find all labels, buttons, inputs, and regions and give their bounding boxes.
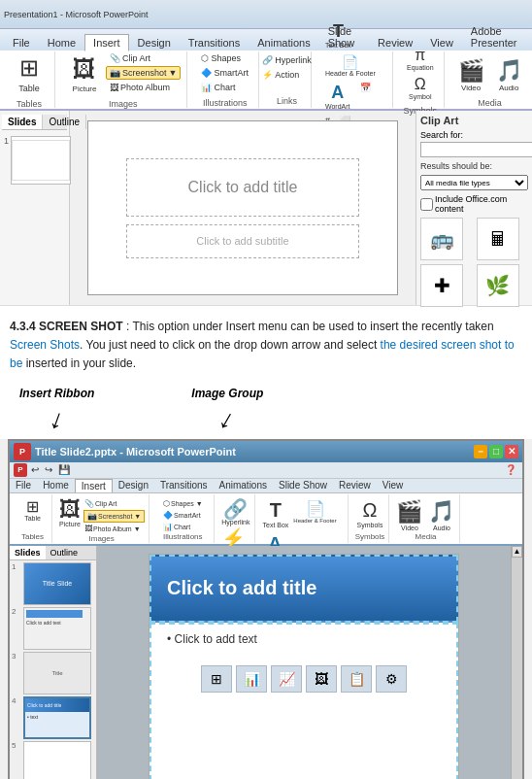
video-button[interactable]: 🎬 Video — [454, 56, 488, 94]
win-photoalbum-btn[interactable]: 🖼 Photo Album ▼ — [83, 524, 145, 534]
datetime-button[interactable]: 📅 — [356, 81, 375, 112]
slide-thumb-win-5[interactable] — [23, 741, 91, 779]
content-icon-smartart[interactable]: 📈 — [271, 665, 302, 693]
clipart-button[interactable]: 📎 Clip Art — [106, 51, 181, 65]
win-table-btn[interactable]: ⊞ Table — [23, 498, 42, 523]
win-tab-home[interactable]: Home — [37, 479, 75, 492]
qat-save[interactable]: 💾 — [56, 463, 72, 476]
win-chart-label: Chart — [174, 524, 190, 530]
win-tab-slideshow[interactable]: Slide Show — [273, 479, 333, 492]
clip-art-item-2[interactable]: 🖩 — [477, 218, 519, 260]
win-headerfooter-btn[interactable]: 📄 Header & Footer — [292, 498, 337, 525]
ribbon-group-media: 🎬 Video 🎵 Audio Media — [449, 51, 532, 108]
textbox-button[interactable]: T Text Box — [321, 19, 355, 51]
win-tab-insert[interactable]: Insert — [75, 479, 113, 492]
equation-button[interactable]: π Equation — [403, 45, 438, 73]
minimize-button[interactable]: － — [474, 445, 487, 458]
photoalbum-button[interactable]: 🖼 Photo Album — [106, 81, 181, 94]
win-slide-title-text: Click to add title — [167, 577, 316, 599]
slide-thumb-win-3[interactable]: Title — [23, 652, 91, 694]
action-button[interactable]: ⚡ Action — [258, 68, 316, 82]
win-picture-btn[interactable]: 🖼 Picture — [58, 498, 82, 534]
headerfooter-button[interactable]: 📄 Header & Footer — [321, 52, 380, 79]
slide-thumb-win-1[interactable]: Title Slide — [23, 562, 91, 605]
content-icon-media[interactable]: ⚙ — [376, 665, 407, 693]
tab-home[interactable]: Home — [39, 34, 84, 51]
slide-title-placeholder[interactable]: Click to add title — [126, 158, 359, 217]
clip-art-search-input[interactable] — [420, 142, 532, 157]
slide-thumbnail-1[interactable] — [11, 136, 71, 185]
win-slide-content-area[interactable]: • Click to add text ⊞ 📊 📈 🖼 📋 ⚙ — [150, 623, 458, 779]
tab-adobe[interactable]: Adobe Presenter — [462, 22, 528, 51]
win-symbols-btn[interactable]: Ω Symbols — [356, 498, 384, 529]
tab-file[interactable]: File — [4, 34, 39, 51]
clip-art-item-4[interactable]: 🌿 — [477, 264, 519, 307]
win-audio-btn[interactable]: 🎵 Audio — [427, 498, 455, 532]
smartart-button[interactable]: 🔷 SmartArt — [197, 66, 252, 80]
clip-art-item-3[interactable]: ✚ — [420, 264, 463, 307]
wordart-button[interactable]: A WordArt — [321, 81, 354, 112]
win-outline-tab[interactable]: Outline — [46, 546, 83, 559]
picture-button[interactable]: 🖼 Picture — [65, 51, 104, 95]
hyperlink-button[interactable]: 🔗 Hyperlink — [258, 53, 316, 67]
list-item: 4 Click to add title • text — [12, 696, 94, 739]
window-controls: － □ ✕ — [474, 445, 518, 458]
tab-insert[interactable]: Insert — [84, 34, 129, 51]
win-slides-tab[interactable]: Slides — [10, 546, 46, 559]
win-scrollbar-vertical[interactable]: ▲ ▼ — [511, 546, 522, 779]
links-group-label: Links — [277, 96, 297, 106]
win-clipart-btn[interactable]: 📎 Clip Art — [83, 498, 145, 509]
win-tab-design[interactable]: Design — [113, 479, 154, 492]
include-office-checkbox[interactable] — [420, 198, 433, 211]
content-icon-clipart[interactable]: 📋 — [341, 665, 372, 693]
win-slide-title-area[interactable]: Click to add title — [150, 555, 458, 623]
win-tab-review[interactable]: Review — [333, 479, 377, 492]
win-video-label: Video — [401, 525, 418, 531]
chart-button[interactable]: 📊 Chart — [197, 81, 252, 94]
content-icon-picture[interactable]: 🖼 — [306, 665, 337, 693]
win-tab-animations[interactable]: Animations — [214, 479, 273, 492]
qat-undo[interactable]: ↩ — [29, 463, 41, 476]
win-shapes-btn[interactable]: ⬡ Shapes ▼ — [162, 498, 204, 509]
tab-transitions[interactable]: Transitions — [180, 34, 249, 51]
win-tab-transitions[interactable]: Transitions — [154, 479, 214, 492]
content-icon-chart[interactable]: 📊 — [236, 665, 267, 693]
slides-area: Slides Outline 1 Click to add title Clic… — [0, 111, 532, 305]
list-item: 1 Title Slide — [12, 562, 94, 605]
scrollbar-track[interactable] — [512, 558, 522, 779]
scrollbar-up-btn[interactable]: ▲ — [512, 546, 522, 558]
win-action-icon: ⚡ — [221, 528, 246, 548]
win-textbox-btn[interactable]: T Text Box — [261, 498, 289, 529]
content-icon-table[interactable]: ⊞ — [201, 665, 232, 693]
qat-redo[interactable]: ↪ — [43, 463, 54, 476]
slide-subtitle-placeholder[interactable]: Click to add subtitle — [126, 224, 359, 258]
slides-tab[interactable]: Slides — [2, 115, 43, 129]
slide-thumb-win-4[interactable]: Click to add title • text — [23, 696, 91, 739]
window-titlebar: P Title Slide2.pptx - Microsoft PowerPoi… — [10, 441, 522, 462]
clip-art-item-1[interactable]: 🚌 — [420, 218, 463, 260]
close-button[interactable]: ✕ — [505, 445, 518, 458]
win-smartart-btn[interactable]: 🔷 SmartArt — [162, 510, 202, 521]
win-chart-btn[interactable]: 📊 Chart — [162, 522, 191, 532]
qat-help[interactable]: ❓ — [503, 463, 518, 476]
maximize-button[interactable]: □ — [489, 445, 503, 458]
clipart-icon: 📎 — [110, 53, 120, 63]
win-tab-file[interactable]: File — [10, 479, 37, 492]
tab-animations[interactable]: Animations — [249, 34, 318, 51]
audio-button[interactable]: 🎵 Audio — [492, 56, 526, 94]
slide-thumb-win-2[interactable]: Click to add text — [23, 607, 91, 650]
table-button[interactable]: ⊞ Table — [10, 51, 49, 95]
win-screenshot-btn[interactable]: 📷 Screenshot ▼ — [83, 510, 145, 523]
win-group-links: 🔗 Hyperlink ⚡ Action Links — [216, 494, 255, 543]
powerpoint-icon: P — [14, 443, 31, 460]
win-slide-bullet[interactable]: • Click to add text — [167, 632, 441, 646]
symbol-button[interactable]: Ω Symbol — [403, 74, 438, 102]
shapes-button[interactable]: ⬡ Shapes — [197, 51, 252, 65]
screenshot-button[interactable]: 📷 Screenshot ▼ — [106, 66, 181, 80]
win-tab-view[interactable]: View — [377, 479, 410, 492]
media-type-select[interactable]: All media file types — [420, 175, 528, 190]
win-hyperlink-btn[interactable]: 🔗 Hyperlink — [220, 498, 250, 526]
win-video-btn[interactable]: 🎬 Video — [395, 498, 423, 532]
include-office-label: Include Office.com content — [435, 194, 528, 214]
tab-design[interactable]: Design — [129, 34, 180, 51]
